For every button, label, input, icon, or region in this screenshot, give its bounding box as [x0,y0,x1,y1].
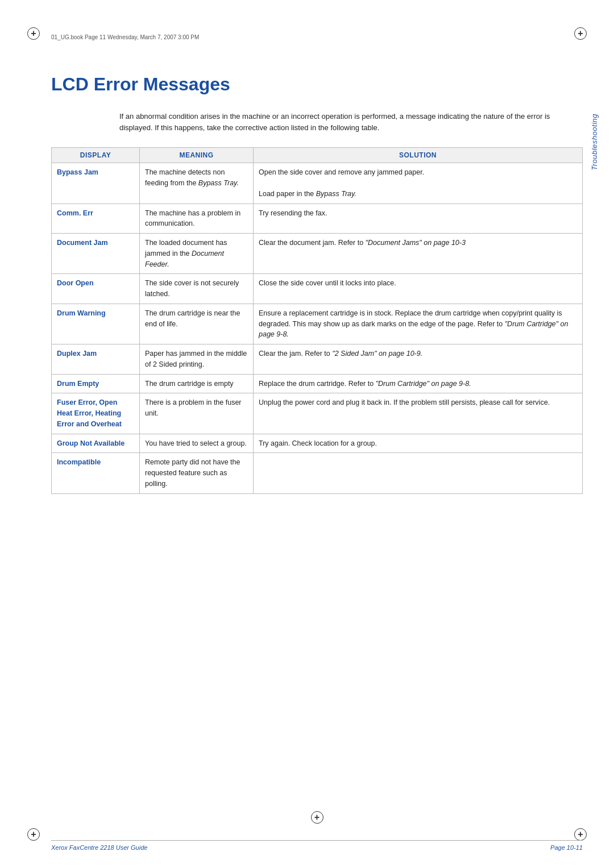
display-cell: Group Not Available [52,434,140,453]
meaning-cell: The machine detects non feeding from the… [140,163,254,203]
meaning-cell: You have tried to select a group. [140,434,254,453]
display-cell: Drum Empty [52,374,140,393]
display-cell: Incompatible [52,453,140,493]
registration-mark-bottom-left [27,828,40,841]
main-content: LCD Error Messages If an abnormal condit… [51,51,583,823]
display-cell: Document Jam [52,234,140,274]
registration-mark-bottom-center [311,811,323,824]
table-row: Fuser Error, Open Heat Error, Heating Er… [52,393,583,434]
registration-mark-top-right [574,27,587,40]
meaning-cell: The machine has a problem in communicati… [140,203,254,234]
bottom-center-registration [311,811,323,824]
page-title: LCD Error Messages [51,74,583,95]
solution-cell: Open the side cover and remove any jamme… [254,163,583,203]
solution-cell: Try resending the fax. [254,203,583,234]
table-header-display: DISPLAY [52,148,140,163]
display-cell: Comm. Err [52,203,140,234]
display-cell: Duplex Jam [52,344,140,375]
footer: Xerox FaxCentre 2218 User Guide Page 10-… [51,840,583,851]
solution-cell: Unplug the power cord and plug it back i… [254,393,583,434]
solution-cell: Clear the jam. Refer to "2 Sided Jam" on… [254,344,583,375]
table-row: Drum Warning The drum cartridge is near … [52,304,583,344]
table-row: Door Open The side cover is not securely… [52,274,583,304]
solution-cell: Try again. Check location for a group. [254,434,583,453]
solution-cell: Replace the drum cartridge. Refer to "Dr… [254,374,583,393]
table-row: Bypass Jam The machine detects non feedi… [52,163,583,203]
table-row: Comm. Err The machine has a problem in c… [52,203,583,234]
table-row: Document Jam The loaded document has jam… [52,234,583,274]
display-cell: Door Open [52,274,140,304]
meaning-cell: There is a problem in the fuser unit. [140,393,254,434]
display-cell: Bypass Jam [52,163,140,203]
header-bar: 01_UG.book Page 11 Wednesday, March 7, 2… [51,34,199,40]
table-header-meaning: MEANING [140,148,254,163]
table-row: Duplex Jam Paper has jammed in the middl… [52,344,583,375]
table-row: Drum Empty The drum cartridge is empty R… [52,374,583,393]
sidebar-label: Troubleshooting [590,114,604,171]
error-table: DISPLAY MEANING SOLUTION Bypass Jam The … [51,147,583,493]
meaning-cell: The drum cartridge is near the end of li… [140,304,254,344]
footer-left: Xerox FaxCentre 2218 User Guide [51,844,147,851]
table-header-solution: SOLUTION [254,148,583,163]
registration-mark-top-left [27,27,40,40]
meaning-cell: The loaded document has jammed in the Do… [140,234,254,274]
meaning-cell: The side cover is not securely latched. [140,274,254,304]
table-row: Incompatible Remote party did not have t… [52,453,583,493]
solution-cell: Close the side cover until it locks into… [254,274,583,304]
solution-cell: Ensure a replacement cartridge is in sto… [254,304,583,344]
solution-cell [254,453,583,493]
meaning-cell: Remote party did not have the requested … [140,453,254,493]
registration-mark-bottom-right [574,828,587,841]
footer-right: Page 10-11 [550,844,583,851]
table-row: Group Not Available You have tried to se… [52,434,583,453]
meaning-cell: The drum cartridge is empty [140,374,254,393]
display-cell: Fuser Error, Open Heat Error, Heating Er… [52,393,140,434]
solution-cell: Clear the document jam. Refer to "Docume… [254,234,583,274]
display-cell: Drum Warning [52,304,140,344]
meaning-cell: Paper has jammed in the middle of 2 Side… [140,344,254,375]
intro-text: If an abnormal condition arises in the m… [119,111,577,134]
